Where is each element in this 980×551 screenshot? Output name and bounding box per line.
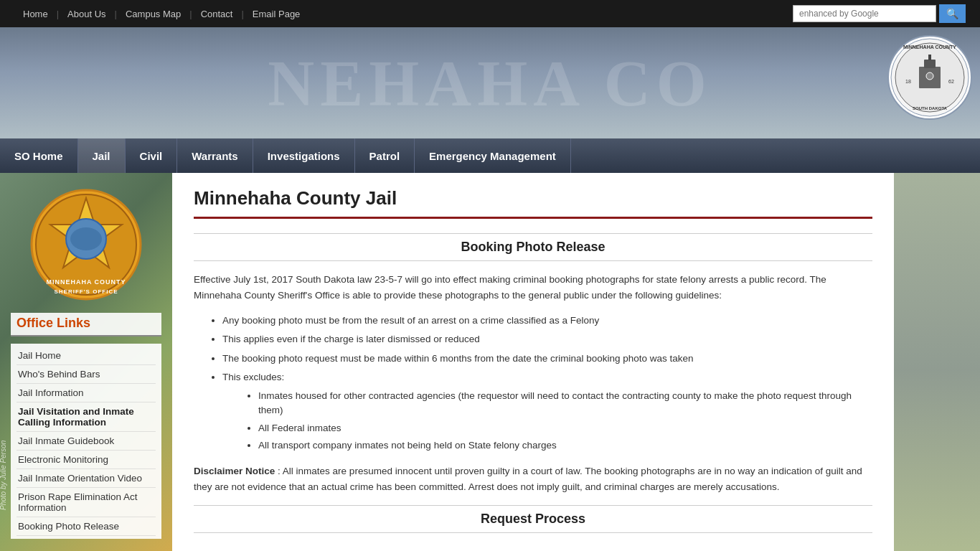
svg-text:SHERIFF'S OFFICE: SHERIFF'S OFFICE	[54, 288, 118, 295]
sheriff-badge: MINNEHAHA COUNTY SHERIFF'S OFFICE	[29, 187, 143, 302]
county-logo: MINNEHAHA COUNTY SOUTH DAKOTA 18 62	[887, 34, 973, 121]
svg-rect-4	[924, 60, 936, 68]
main-nav-link-patrol[interactable]: Patrol	[355, 138, 415, 173]
photo-credit: Photo by Julie Person	[0, 441, 7, 510]
search-input[interactable]	[793, 5, 936, 22]
svg-text:62: 62	[948, 79, 954, 84]
svg-text:MINNEHAHA COUNTY: MINNEHAHA COUNTY	[46, 278, 126, 286]
top-nav-link-contact[interactable]: Contact	[192, 9, 242, 19]
right-background	[894, 173, 980, 551]
main-nav-link-jail[interactable]: Jail	[78, 138, 126, 173]
search-bar: 🔍	[793, 4, 966, 23]
svg-point-15	[70, 227, 102, 250]
main-nav-link-emergency[interactable]: Emergency Management	[415, 138, 571, 173]
sidebar-link-electronic-monitoring[interactable]: Electronic Monitoring	[17, 451, 156, 469]
top-bar: Home|About Us|Campus Map|Contact|Email P…	[0, 0, 980, 27]
sub-bullet-item-1: All Federal inmates	[258, 421, 872, 435]
top-nav: Home|About Us|Campus Map|Contact|Email P…	[14, 9, 793, 19]
sidebar-link-jail-visitation[interactable]: Jail Visitation and Inmate Calling Infor…	[17, 402, 156, 432]
main-content: Minnehaha County Jail Booking Photo Rele…	[172, 173, 894, 551]
sub-bullet-list: Inmates housed for other contracted agen…	[258, 389, 872, 453]
search-button[interactable]: 🔍	[939, 4, 966, 23]
sidebar-link-prea[interactable]: Prison Rape Elimination Act Information	[17, 488, 156, 517]
page-title: Minnehaha County Jail	[194, 187, 872, 219]
sidebar-link-jail-guidebook[interactable]: Jail Inmate Guidebook	[17, 432, 156, 451]
top-nav-link-about[interactable]: About Us	[59, 9, 114, 19]
top-nav-link-email[interactable]: Email Page	[244, 9, 308, 19]
watermark-text: NEHAHA CO	[268, 46, 712, 120]
disclaimer-body: : All inmates are presumed innocent unti…	[194, 466, 862, 492]
office-links-title: Office Links	[11, 313, 161, 336]
bullet-item-3: This excludes:Inmates housed for other c…	[222, 370, 872, 453]
bullet-item-1: This applies even if the charge is later…	[222, 332, 872, 347]
sidebar-link-whos-behind-bars[interactable]: Who's Behind Bars	[17, 365, 156, 384]
sidebar: MINNEHAHA COUNTY SHERIFF'S OFFICE Office…	[0, 173, 172, 551]
main-nav-link-warrants[interactable]: Warrants	[177, 138, 253, 173]
svg-text:SOUTH DAKOTA: SOUTH DAKOTA	[913, 106, 948, 110]
intro-text: Effective July 1st, 2017 South Dakota la…	[194, 272, 872, 303]
sidebar-link-jail-information[interactable]: Jail Information	[17, 384, 156, 402]
sidebar-inner: MINNEHAHA COUNTY SHERIFF'S OFFICE Office…	[0, 173, 172, 551]
bullet-list: Any booking photo must be from the resul…	[222, 314, 872, 453]
main-nav: SO HomeJailCivilWarrantsInvestigationsPa…	[0, 138, 980, 173]
svg-point-6	[926, 72, 933, 80]
top-nav-link-campus[interactable]: Campus Map	[117, 9, 189, 19]
top-nav-link-home[interactable]: Home	[14, 9, 57, 19]
svg-text:18: 18	[905, 79, 911, 84]
disclaimer-text: Disclaimer Notice : All inmates are pres…	[194, 463, 872, 494]
sidebar-link-jail-home[interactable]: Jail Home	[17, 347, 156, 365]
main-nav-link-investigations[interactable]: Investigations	[253, 138, 355, 173]
bullet-item-0: Any booking photo must be from the resul…	[222, 314, 872, 328]
sub-bullet-item-0: Inmates housed for other contracted agen…	[258, 389, 872, 418]
request-section-title: Request Process	[194, 505, 872, 533]
sidebar-link-orientation-video[interactable]: Jail Inmate Orientation Video	[17, 469, 156, 488]
header-area: NEHAHA CO MINNEHAHA COUNTY SOUTH DAKOTA …	[0, 27, 980, 138]
right-panel	[894, 173, 980, 551]
content-wrapper: MINNEHAHA COUNTY SHERIFF'S OFFICE Office…	[0, 173, 980, 551]
main-nav-link-so-home[interactable]: SO Home	[0, 138, 78, 173]
disclaimer-label: Disclaimer Notice	[194, 466, 275, 476]
sidebar-links: Jail HomeWho's Behind BarsJail Informati…	[11, 344, 161, 539]
section-title: Booking Photo Release	[194, 233, 872, 261]
main-nav-link-civil[interactable]: Civil	[126, 138, 178, 173]
sub-bullet-item-2: All transport company inmates not being …	[258, 438, 872, 453]
svg-text:MINNEHAHA COUNTY: MINNEHAHA COUNTY	[903, 44, 956, 50]
sidebar-link-booking-photo[interactable]: Booking Photo Release	[17, 517, 156, 536]
sheriff-badge-container: MINNEHAHA COUNTY SHERIFF'S OFFICE	[11, 187, 161, 302]
svg-rect-5	[928, 55, 931, 60]
bullet-item-2: The booking photo request must be made w…	[222, 352, 872, 366]
